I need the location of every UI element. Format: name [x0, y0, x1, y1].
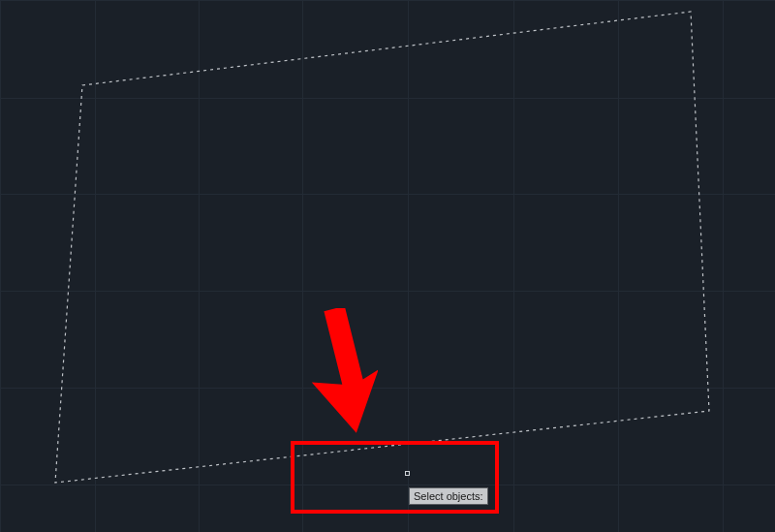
grid-line-vertical	[408, 0, 409, 532]
grid-line-horizontal	[0, 98, 775, 99]
svg-marker-0	[55, 12, 709, 483]
grid-line-vertical	[618, 0, 619, 532]
grid-line-vertical	[513, 0, 514, 532]
grid-line-horizontal	[0, 194, 775, 195]
grid-line-vertical	[302, 0, 303, 532]
grid-line-horizontal	[0, 485, 775, 485]
grid-line-horizontal	[0, 388, 775, 389]
grid-line-vertical	[723, 0, 724, 532]
grid-line-vertical	[0, 0, 1, 532]
grid-line-horizontal	[0, 291, 775, 292]
command-tooltip: Select objects:	[409, 487, 488, 505]
grid-line-horizontal	[0, 0, 775, 1]
drawing-canvas[interactable]: Select objects:	[0, 0, 775, 532]
selection-marquee	[0, 0, 775, 532]
grid-line-vertical	[199, 0, 200, 532]
grid-line-vertical	[95, 0, 96, 532]
